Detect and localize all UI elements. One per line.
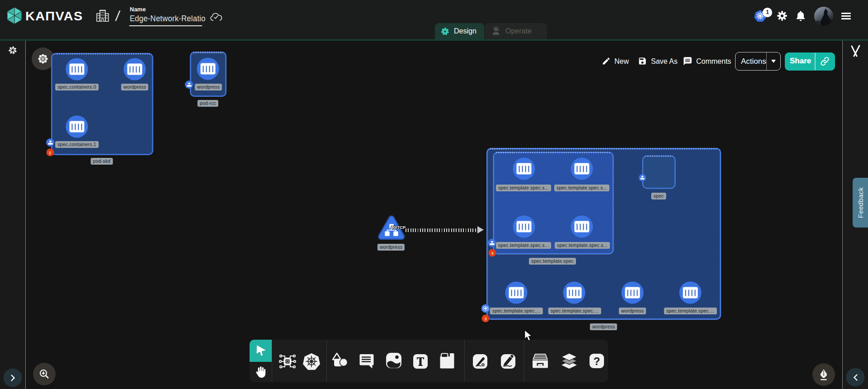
svg-text:?: ?: [594, 355, 600, 367]
